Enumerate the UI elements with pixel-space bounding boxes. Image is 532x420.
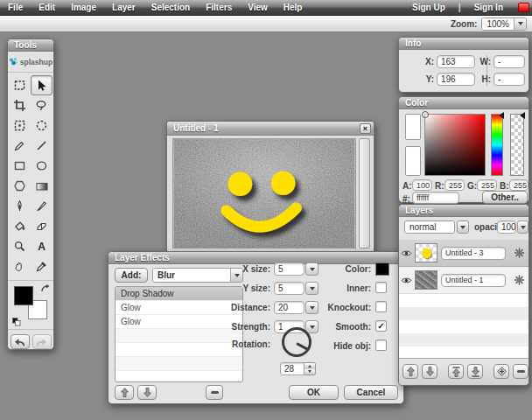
blue-value[interactable]: 255	[509, 179, 528, 191]
y-size-input[interactable]: 5	[274, 282, 304, 295]
move-layer-down-button[interactable]	[422, 364, 438, 379]
menu-help[interactable]: Help	[276, 3, 311, 12]
zoom-tool-icon[interactable]	[9, 236, 31, 256]
move-effect-up-button[interactable]	[115, 385, 134, 400]
add-effect-button[interactable]: Add:	[115, 268, 148, 283]
active-color-swatch[interactable]	[405, 114, 421, 140]
sign-up-link[interactable]: Sign Up	[404, 3, 453, 12]
x-size-input[interactable]: 5	[274, 262, 304, 276]
rotation-spinner[interactable]: 28	[280, 362, 316, 375]
info-panel-title[interactable]: Info	[399, 38, 528, 50]
rotation-value-input[interactable]: 28	[280, 362, 304, 375]
rectangle-tool-icon[interactable]	[9, 156, 31, 176]
menu-view[interactable]: View	[240, 3, 276, 12]
remove-effect-button[interactable]	[206, 385, 223, 400]
distance-input[interactable]: 20	[274, 301, 304, 314]
polygon-tool-icon[interactable]	[9, 176, 31, 196]
secondary-color-swatch[interactable]	[405, 146, 421, 176]
alpha-marker-icon[interactable]	[520, 112, 525, 119]
green-value[interactable]: 255	[477, 179, 497, 191]
layer-name-input[interactable]: Untitled - 1	[441, 274, 506, 287]
zoom-select[interactable]: 100%	[481, 18, 527, 31]
default-colors-icon[interactable]	[12, 318, 21, 326]
canvas-image[interactable]	[172, 138, 356, 248]
visibility-eye-icon[interactable]	[401, 249, 412, 257]
menu-filters[interactable]: Filters	[198, 3, 240, 12]
redo-button[interactable]	[32, 334, 52, 349]
document-window[interactable]: Untitled - 1 ×	[166, 121, 374, 254]
red-value[interactable]: 255	[444, 179, 465, 191]
swap-colors-icon[interactable]	[41, 284, 50, 293]
sign-in-link[interactable]: Sign In	[466, 3, 511, 12]
cancel-button[interactable]: Cancel	[344, 385, 398, 400]
color-panel-title[interactable]: Color	[399, 97, 528, 109]
hide-obj-checkbox[interactable]	[375, 340, 387, 351]
visibility-eye-icon[interactable]	[401, 276, 412, 284]
hex-value-input[interactable]: ffffff	[412, 192, 459, 204]
layer-row-untitled-1[interactable]: Untitled - 1	[399, 267, 528, 294]
hand-tool-icon[interactable]	[9, 256, 31, 276]
layer-effects-icon[interactable]	[514, 248, 525, 258]
ellipse-marquee-tool-icon[interactable]	[31, 116, 52, 136]
layer-name-input[interactable]: Untitled - 3	[441, 247, 506, 260]
move-layer-up-button[interactable]	[402, 364, 418, 379]
layer-thumbnail[interactable]	[415, 243, 438, 262]
foreground-color-swatch[interactable]	[14, 286, 33, 305]
move-tool-icon[interactable]	[31, 75, 52, 95]
menu-image[interactable]: Image	[63, 3, 104, 12]
rect-marquee-tool-icon[interactable]	[9, 75, 31, 95]
crop-tool-icon[interactable]	[9, 95, 31, 116]
pencil-tool-icon[interactable]	[9, 136, 31, 156]
saturation-value-picker[interactable]	[424, 114, 486, 176]
eraser-tool-icon[interactable]	[31, 216, 52, 236]
rotation-decrement-button[interactable]	[304, 369, 315, 375]
ellipse-tool-icon[interactable]	[31, 156, 52, 176]
bring-to-front-button[interactable]	[448, 364, 464, 379]
vertical-scrollbar[interactable]	[359, 138, 370, 248]
delete-layer-button[interactable]	[513, 364, 528, 379]
opacity-value[interactable]: 100	[497, 220, 516, 234]
layer-effects-dialog[interactable]: Layer Effects Add: Blur Drop Shadow Glow…	[108, 251, 404, 404]
rotation-dial[interactable]	[282, 327, 312, 357]
pen-tool-icon[interactable]	[9, 196, 31, 216]
hue-marker-icon[interactable]	[499, 112, 504, 119]
zoom-dropdown-button[interactable]	[514, 18, 526, 30]
alpha-value[interactable]: 100	[412, 179, 432, 191]
send-to-back-button[interactable]	[467, 364, 483, 379]
text-tool-icon[interactable]: A	[31, 236, 52, 256]
eyedropper-tool-icon[interactable]	[31, 256, 52, 276]
layer-row-untitled-3[interactable]: Untitled - 3	[399, 240, 528, 267]
layer-thumbnail[interactable]	[415, 270, 438, 290]
undo-button[interactable]	[10, 334, 30, 349]
hue-slider[interactable]	[491, 114, 503, 176]
move-effect-down-button[interactable]	[137, 385, 157, 400]
layers-panel-title[interactable]: Layers	[399, 205, 528, 217]
blend-mode-dropdown-button[interactable]	[457, 220, 469, 234]
dialog-titlebar[interactable]: Layer Effects	[108, 252, 403, 264]
blend-mode-select[interactable]: normal	[404, 220, 455, 234]
alpha-slider[interactable]	[510, 114, 524, 176]
menu-file[interactable]: File	[0, 3, 31, 12]
add-layer-button[interactable]	[494, 364, 509, 379]
menu-edit[interactable]: Edit	[31, 3, 63, 12]
other-color-button[interactable]: Other..	[482, 191, 528, 204]
ok-button[interactable]: OK	[289, 385, 339, 400]
tools-panel-title[interactable]: Tools	[8, 39, 53, 52]
paint-bucket-tool-icon[interactable]	[9, 216, 31, 236]
menu-layer[interactable]: Layer	[104, 3, 144, 12]
lasso-tool-icon[interactable]	[31, 95, 52, 116]
gradient-tool-icon[interactable]	[31, 176, 52, 196]
fixed-marquee-tool-icon[interactable]	[9, 116, 31, 136]
line-tool-icon[interactable]	[31, 136, 52, 156]
layer-effects-icon[interactable]	[514, 275, 525, 285]
smooth-checkbox[interactable]: ✓	[375, 320, 387, 332]
brush-tool-icon[interactable]	[31, 196, 52, 216]
opacity-dropdown-button[interactable]	[517, 220, 528, 234]
knockout-checkbox[interactable]	[375, 301, 387, 312]
effect-color-swatch[interactable]	[375, 262, 389, 276]
inner-checkbox[interactable]	[375, 282, 387, 293]
sv-cursor-icon[interactable]	[422, 111, 429, 118]
document-window-titlebar[interactable]: Untitled - 1 ×	[167, 122, 374, 136]
menu-selection[interactable]: Selection	[144, 3, 198, 12]
window-close-button[interactable]: ×	[360, 123, 371, 134]
